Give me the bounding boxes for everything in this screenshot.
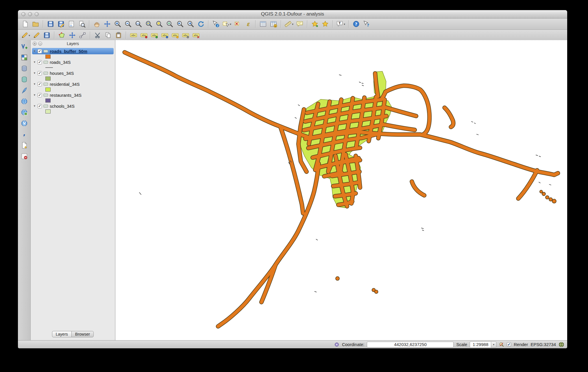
zoom-actual-size-button[interactable] — [134, 19, 143, 29]
map-canvas[interactable] — [115, 40, 567, 340]
save-layer-edits-button[interactable] — [42, 30, 51, 40]
layer-expand-icon[interactable]: ▼ — [33, 72, 36, 75]
label-rotate-button[interactable] — [170, 30, 180, 40]
add-spatialite-layer-button[interactable] — [19, 75, 29, 84]
measure-button[interactable]: ▾ — [284, 19, 294, 29]
add-spatialite-icon — [21, 76, 28, 83]
new-print-composer-button[interactable] — [66, 19, 76, 29]
refresh-map-button[interactable] — [196, 19, 206, 29]
panel-float-button[interactable]: ◦ — [38, 42, 42, 46]
identify-features-button[interactable] — [211, 19, 221, 29]
label-pin-button[interactable] — [139, 30, 149, 40]
render-checkbox[interactable]: ✓ — [507, 342, 511, 347]
add-raster-layer-button[interactable] — [19, 53, 29, 62]
add-postgis-layer-button[interactable] — [19, 64, 29, 73]
label-properties-button[interactable] — [181, 30, 190, 40]
add-delimited-text-button[interactable] — [19, 130, 29, 139]
text-annotation-button[interactable]: ▾ — [335, 19, 346, 29]
copy-features-button[interactable] — [103, 30, 113, 40]
map-tips-button[interactable] — [295, 19, 304, 29]
pan-map-button[interactable] — [92, 19, 101, 29]
add-wfs-layer-button[interactable] — [19, 119, 29, 128]
label-toggle-button[interactable] — [191, 30, 201, 40]
current-edits-button[interactable]: ▾ — [20, 30, 31, 40]
layer-expand-icon[interactable]: ▼ — [33, 61, 36, 64]
layer-visibility-checkbox[interactable]: ✓ — [38, 49, 42, 53]
panel-close-button[interactable]: × — [33, 42, 37, 46]
composer-manager-button[interactable] — [77, 19, 86, 29]
node-tool-button[interactable] — [78, 30, 87, 40]
layer-expand-icon[interactable]: ▼ — [33, 94, 36, 96]
add-wms-layer-button[interactable] — [19, 97, 29, 106]
deselect-features-button[interactable] — [233, 19, 242, 29]
minimize-window-button[interactable] — [28, 12, 32, 16]
layer-visibility-checkbox[interactable]: ✓ — [38, 60, 42, 64]
scale-combobox[interactable]: 1:29988 ▾ — [470, 341, 496, 348]
new-project-button[interactable] — [20, 19, 30, 29]
label-toggle-icon — [192, 31, 200, 39]
layer-visibility-checkbox[interactable]: ✓ — [38, 93, 42, 97]
mouse-position-icon[interactable] — [334, 342, 339, 347]
remove-layer-button[interactable] — [19, 152, 29, 161]
open-attribute-table-button[interactable] — [258, 19, 268, 29]
zoom-to-layer-button[interactable] — [165, 19, 174, 29]
toggle-editing-button[interactable] — [32, 30, 41, 40]
save-project-button[interactable] — [46, 19, 55, 29]
move-feature-button[interactable] — [67, 30, 77, 40]
zoom-next-button[interactable] — [186, 19, 195, 29]
zoom-last-button[interactable] — [175, 19, 185, 29]
wms-globe-icon — [21, 98, 28, 105]
field-calculator-button[interactable] — [269, 19, 278, 29]
whats-this-button[interactable] — [362, 19, 371, 29]
zoom-in-button[interactable] — [113, 19, 122, 29]
layer-item-schools_34S[interactable]: ▼✓schools_34S — [32, 103, 114, 109]
zoom-window-button[interactable] — [35, 12, 39, 16]
tab-browser[interactable]: Browser — [71, 331, 94, 337]
wfs-globe-icon — [21, 120, 28, 127]
close-window-button[interactable] — [21, 12, 25, 16]
layer-labeling-button[interactable] — [129, 30, 138, 40]
title-bar[interactable]: QGIS 2.0.1-Dufour - analysis — [18, 10, 567, 18]
pan-to-selection-button[interactable] — [102, 19, 112, 29]
label-move-button[interactable] — [160, 30, 169, 40]
open-project-button[interactable] — [31, 19, 40, 29]
scale-dropdown-arrow-icon[interactable]: ▾ — [491, 342, 496, 347]
scale-lock-icon[interactable] — [499, 342, 504, 347]
coordinate-input[interactable] — [367, 342, 454, 347]
layer-item-houses_34S[interactable]: ▼✓houses_34S — [32, 70, 114, 76]
toolbar-separator — [281, 20, 281, 28]
tab-layers[interactable]: Layers — [52, 331, 71, 337]
layer-item-residential_34S[interactable]: ▼✓residential_34S — [32, 81, 114, 87]
select-by-expression-button[interactable] — [243, 19, 253, 29]
show-bookmarks-button[interactable] — [320, 19, 330, 29]
layer-expand-icon[interactable]: ▼ — [33, 105, 36, 107]
toolbar-separator — [307, 20, 307, 28]
add-mssql-layer-button[interactable] — [19, 86, 29, 95]
zoom-to-selection-button[interactable] — [154, 19, 164, 29]
label-show-hide-button[interactable] — [149, 30, 159, 40]
new-shapefile-button[interactable] — [19, 141, 29, 150]
layer-visibility-checkbox[interactable]: ✓ — [38, 82, 42, 86]
layer-expand-icon[interactable]: ▼ — [33, 83, 36, 85]
scissors-icon — [94, 31, 101, 39]
add-feature-button[interactable] — [57, 30, 66, 40]
add-wcs-layer-button[interactable] — [19, 108, 29, 117]
layer-visibility-checkbox[interactable]: ✓ — [38, 104, 42, 108]
save-project-as-button[interactable] — [56, 19, 66, 29]
crs-status-icon[interactable] — [559, 342, 564, 347]
layer-expand-icon[interactable]: ▼ — [33, 50, 36, 53]
cut-features-button[interactable] — [93, 30, 102, 40]
layer-item-roads_buffer_50m[interactable]: ▼✓roads_buffer_50m — [32, 48, 114, 54]
edit-pencil-icon — [33, 31, 40, 39]
add-vector-layer-button[interactable] — [19, 42, 29, 51]
help-button[interactable] — [351, 19, 361, 29]
select-features-button[interactable]: ▾ — [221, 19, 232, 29]
zoom-selection-icon — [156, 20, 163, 28]
layer-visibility-checkbox[interactable]: ✓ — [38, 71, 42, 75]
layer-item-restaurants_34S[interactable]: ▼✓restaurants_34S — [32, 92, 114, 98]
paste-features-button[interactable] — [114, 30, 123, 40]
zoom-full-extent-button[interactable] — [144, 19, 154, 29]
layer-item-roads_34S[interactable]: ▼✓roads_34S — [32, 59, 114, 65]
zoom-out-button[interactable] — [123, 19, 133, 29]
new-bookmark-button[interactable] — [310, 19, 319, 29]
